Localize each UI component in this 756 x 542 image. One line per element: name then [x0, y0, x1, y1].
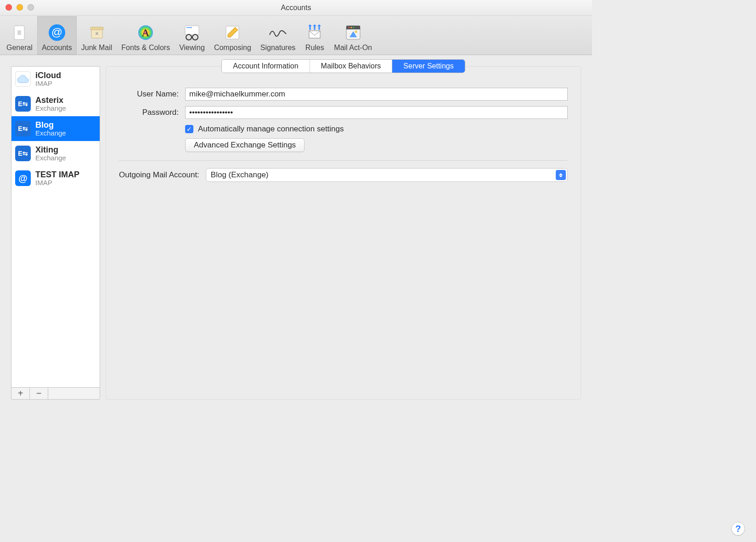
- account-subtitle: IMAP: [35, 179, 79, 186]
- rules-icon: [305, 23, 325, 43]
- tab-server-settings[interactable]: Server Settings: [392, 60, 464, 73]
- password-label: Password:: [119, 108, 185, 117]
- password-input[interactable]: [185, 106, 568, 119]
- svg-text:@: @: [51, 26, 62, 38]
- svg-point-26: [355, 30, 357, 33]
- general-icon: [9, 23, 29, 43]
- preferences-toolbar: General @ Accounts × Junk Mail A Fonts &…: [0, 16, 592, 55]
- toolbar-rules[interactable]: Rules: [300, 16, 329, 55]
- svg-marker-19: [317, 24, 321, 26]
- svg-text:A: A: [142, 27, 150, 39]
- svg-text:×: ×: [95, 30, 98, 37]
- toolbar-label: Rules: [305, 44, 324, 52]
- at-sign-icon: @: [47, 23, 67, 43]
- account-name: TEST IMAP: [35, 170, 79, 179]
- outgoing-account-label: Outgoing Mail Account:: [119, 170, 199, 180]
- exchange-icon: E⇆: [15, 121, 31, 136]
- tab-account-information[interactable]: Account Information: [222, 60, 310, 73]
- svg-rect-10: [186, 27, 192, 28]
- zoom-icon[interactable]: [28, 4, 34, 11]
- svg-point-11: [186, 34, 192, 40]
- svg-point-23: [350, 27, 352, 28]
- account-name: iCloud: [35, 71, 61, 80]
- account-row-blog[interactable]: E⇆ Blog Exchange: [11, 116, 100, 141]
- auto-manage-checkbox[interactable]: ✓: [185, 125, 193, 133]
- account-name: Asterix: [35, 96, 66, 105]
- toolbar-label: Viewing: [179, 44, 205, 52]
- toolbar-label: Mail Act-On: [334, 44, 372, 52]
- checkmark-icon: ✓: [186, 125, 192, 133]
- account-row-asterix[interactable]: E⇆ Asterix Exchange: [11, 91, 100, 116]
- account-name: Blog: [35, 121, 66, 130]
- pencil-icon: [222, 23, 243, 43]
- toolbar-label: Junk Mail: [81, 44, 113, 52]
- exchange-icon: E⇆: [15, 146, 31, 161]
- toolbar-accounts[interactable]: @ Accounts: [37, 16, 77, 55]
- minimize-icon[interactable]: [17, 4, 23, 11]
- toolbar-viewing[interactable]: Viewing: [175, 16, 209, 55]
- outgoing-account-select[interactable]: Blog (Exchange): [206, 168, 568, 182]
- glasses-icon: [182, 23, 202, 43]
- svg-rect-1: [17, 30, 21, 35]
- close-icon[interactable]: [6, 4, 12, 11]
- account-subtitle: IMAP: [35, 80, 61, 87]
- imap-icon: @: [15, 170, 31, 186]
- signature-icon: [268, 23, 288, 43]
- toolbar-signatures[interactable]: Signatures: [256, 16, 300, 55]
- toolbar-label: Accounts: [42, 44, 72, 52]
- account-list: iCloud IMAP E⇆ Asterix Exchange E⇆ Blog …: [11, 66, 100, 400]
- divider: [119, 160, 568, 161]
- username-label: User Name:: [119, 90, 185, 99]
- svg-marker-17: [308, 24, 312, 26]
- account-subtitle: Exchange: [35, 130, 66, 137]
- svg-point-24: [353, 27, 354, 28]
- toolbar-fonts-colors[interactable]: A Fonts & Colors: [117, 16, 175, 55]
- toolbar-composing[interactable]: Composing: [209, 16, 256, 55]
- account-row-test-imap[interactable]: @ TEST IMAP IMAP: [11, 166, 100, 191]
- trash-icon: ×: [87, 23, 107, 43]
- outgoing-account-value: Blog (Exchange): [211, 170, 269, 180]
- advanced-exchange-settings-button[interactable]: Advanced Exchange Settings: [185, 138, 305, 152]
- titlebar: Accounts: [0, 0, 592, 16]
- account-tabs: Account Information Mailbox Behaviors Se…: [221, 59, 465, 73]
- svg-marker-18: [313, 24, 316, 26]
- account-subtitle: Exchange: [35, 154, 66, 162]
- auto-manage-label: Automatically manage connection settings: [198, 124, 344, 134]
- account-row-icloud[interactable]: iCloud IMAP: [11, 67, 100, 91]
- account-subtitle: Exchange: [35, 105, 66, 112]
- account-list-footer: + −: [11, 387, 100, 399]
- toolbar-junk-mail[interactable]: × Junk Mail: [77, 16, 117, 55]
- toolbar-general[interactable]: General: [2, 16, 37, 55]
- username-input[interactable]: [185, 88, 568, 101]
- account-name: Xiting: [35, 146, 66, 154]
- window-title: Accounts: [281, 4, 311, 12]
- svg-point-22: [348, 27, 350, 28]
- toolbar-label: General: [6, 44, 33, 52]
- chevron-up-down-icon: [556, 170, 566, 180]
- toolbar-label: Signatures: [260, 44, 296, 52]
- account-row-xiting[interactable]: E⇆ Xiting Exchange: [11, 141, 100, 166]
- toolbar-mail-act-on[interactable]: Mail Act-On: [329, 16, 377, 55]
- toolbar-label: Composing: [214, 44, 251, 52]
- tab-mailbox-behaviors[interactable]: Mailbox Behaviors: [310, 60, 393, 73]
- window-controls: [6, 4, 34, 11]
- add-account-button[interactable]: +: [11, 388, 30, 399]
- account-detail-panel: Account Information Mailbox Behaviors Se…: [106, 66, 581, 400]
- mail-act-on-icon: [343, 23, 363, 43]
- svg-point-12: [192, 34, 198, 40]
- exchange-icon: E⇆: [15, 96, 31, 112]
- remove-account-button[interactable]: −: [30, 388, 48, 399]
- icloud-icon: [15, 71, 31, 87]
- toolbar-label: Fonts & Colors: [121, 44, 170, 52]
- fonts-colors-icon: A: [135, 23, 156, 43]
